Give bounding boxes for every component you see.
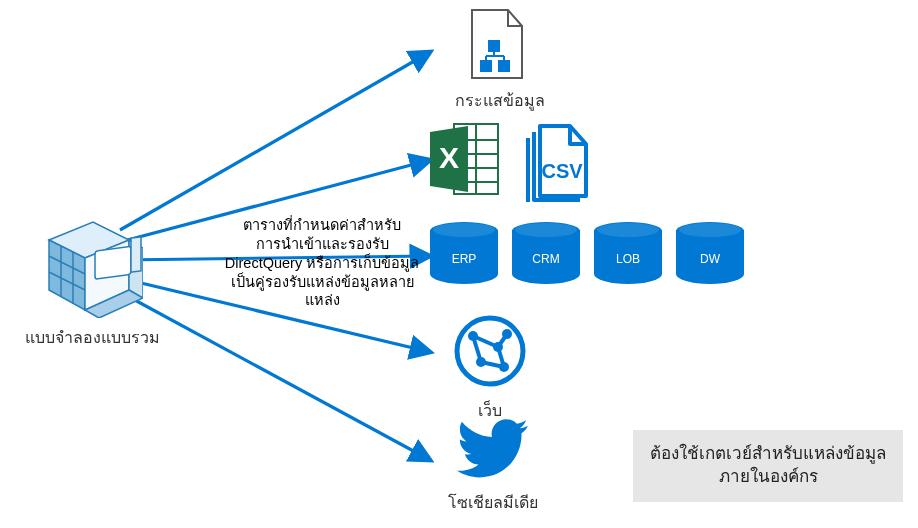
svg-point-40 [493, 342, 503, 352]
svg-point-42 [499, 362, 509, 372]
web-node: เว็บ [430, 312, 550, 423]
dataflow-node: กระแสข้อมูล [430, 6, 570, 113]
svg-text:CSV: CSV [541, 160, 583, 182]
csv-icon: CSV [528, 126, 586, 202]
db-label: LOB [594, 252, 662, 266]
db-lob: LOB [594, 222, 662, 292]
db-label: CRM [512, 252, 580, 266]
gateway-note: ต้องใช้เกตเวย์สำหรับแหล่งข้อมูลภายในองค์… [633, 430, 903, 502]
svg-rect-18 [498, 60, 510, 72]
social-node: โซเชียลมีเดีย [418, 418, 568, 515]
db-erp: ERP [430, 222, 498, 292]
svg-rect-14 [95, 246, 131, 279]
excel-icon: X [430, 124, 498, 194]
svg-rect-17 [480, 60, 492, 72]
gateway-note-text: ต้องใช้เกตเวย์สำหรับแหล่งข้อมูลภายในองค์… [647, 443, 889, 489]
dataflow-label: กระแสข้อมูล [430, 88, 570, 113]
composite-model-cube: แบบจำลองแบบรวม [28, 218, 148, 322]
social-label: โซเชียลมีเดีย [418, 490, 568, 515]
dataflow-icon [468, 6, 532, 82]
svg-line-0 [120, 52, 430, 230]
svg-line-4 [120, 292, 430, 460]
db-label: ERP [430, 252, 498, 266]
svg-point-32 [457, 318, 523, 384]
svg-text:X: X [439, 141, 459, 174]
db-row: ERP CRM LOB DW [430, 222, 744, 292]
cube-icon [33, 218, 143, 318]
svg-point-41 [476, 357, 486, 367]
web-icon [451, 312, 529, 390]
svg-rect-16 [488, 40, 500, 52]
db-dw: DW [676, 222, 744, 292]
svg-rect-15 [131, 237, 141, 272]
svg-point-38 [468, 331, 478, 341]
import-mode-annotation: ตารางที่กำหนดค่าสำหรับการนำเข้าและรองรับ… [222, 216, 422, 310]
twitter-icon [454, 418, 532, 482]
composite-model-label: แบบจำลองแบบรวม [22, 328, 162, 349]
svg-point-39 [502, 329, 512, 339]
db-crm: CRM [512, 222, 580, 292]
files-node: X CSV [430, 118, 600, 206]
db-label: DW [676, 252, 744, 266]
